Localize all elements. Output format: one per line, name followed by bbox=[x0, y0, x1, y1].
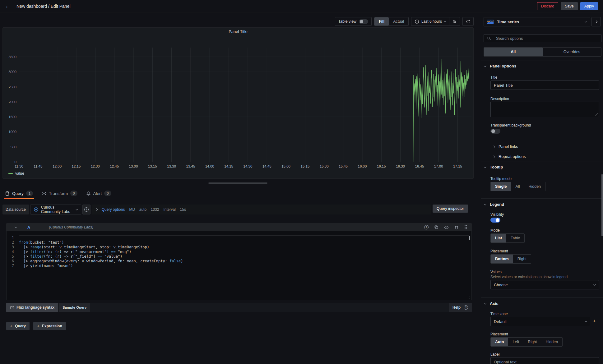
back-arrow-icon[interactable]: ← bbox=[5, 3, 11, 9]
line-number: 1 bbox=[7, 236, 19, 240]
collapse-sidebar-button[interactable] bbox=[591, 17, 601, 26]
time-series-plot[interactable] bbox=[3, 28, 474, 179]
option-hidden[interactable]: Hidden bbox=[541, 338, 563, 346]
transparent-bg-toggle[interactable] bbox=[490, 129, 500, 134]
legend-series-label[interactable]: value bbox=[15, 171, 24, 176]
code-text: |> range(start: v.timeRangeStart, stop: … bbox=[19, 245, 470, 250]
repeat-options-section[interactable]: Repeat options bbox=[493, 154, 526, 159]
discard-button[interactable]: Discard bbox=[537, 2, 558, 10]
query-options-link[interactable]: Query options bbox=[102, 207, 125, 212]
option-left[interactable]: Left bbox=[508, 338, 523, 346]
line-number: 3 bbox=[7, 245, 19, 250]
editor-resize-handle[interactable] bbox=[467, 296, 471, 299]
textarea-resize-handle[interactable] bbox=[595, 113, 598, 116]
code-text: |> filter(fn: (r) => r["_measurement"] =… bbox=[19, 250, 470, 254]
option-all[interactable]: All bbox=[484, 48, 543, 56]
description-textarea[interactable] bbox=[490, 102, 599, 117]
y-axis-tick: 2500 bbox=[3, 85, 16, 89]
tooltip-section-header[interactable]: Tooltip bbox=[484, 165, 503, 169]
axis-label-field[interactable] bbox=[490, 357, 599, 364]
y-axis-tick: 1500 bbox=[3, 115, 16, 119]
chart-legend[interactable]: value bbox=[8, 171, 24, 176]
option-auto[interactable]: Auto bbox=[491, 338, 508, 346]
code-line-5[interactable]: 5 |> filter(fn: (r) => r["_field"] == "v… bbox=[7, 254, 471, 259]
search-options-input[interactable] bbox=[496, 36, 598, 41]
axis-section-header[interactable]: Axis bbox=[484, 301, 498, 306]
legend-visibility-toggle[interactable] bbox=[490, 218, 500, 223]
delete-query-button[interactable] bbox=[454, 225, 459, 229]
tab-query[interactable]: Query1 bbox=[4, 188, 34, 199]
hide-query-button[interactable] bbox=[444, 225, 449, 230]
query-inspector-button[interactable]: Query inspector bbox=[433, 205, 468, 213]
collapse-query-icon[interactable] bbox=[15, 225, 17, 228]
time-controls: Last 6 hours bbox=[411, 17, 460, 26]
legend-section-header[interactable]: Legend bbox=[484, 202, 504, 207]
query-help-button[interactable]: ? bbox=[424, 225, 429, 229]
option-overrides[interactable]: Overrides bbox=[543, 48, 601, 56]
option-single[interactable]: Single bbox=[491, 182, 511, 191]
query-editor-header[interactable]: A (Curious Community Labs) ? bbox=[6, 223, 472, 231]
time-range-picker[interactable]: Last 6 hours bbox=[411, 17, 449, 25]
help-button[interactable]: Help ? bbox=[449, 303, 472, 312]
table-view-toggle[interactable] bbox=[359, 19, 368, 24]
flux-syntax-button[interactable]: Flux language syntax bbox=[6, 303, 58, 312]
pane-resize-handle[interactable] bbox=[208, 182, 267, 184]
sidebar-scrollbar[interactable] bbox=[601, 174, 603, 236]
legend-placement-group: BottomRight bbox=[490, 254, 531, 264]
option-fill[interactable]: Fill bbox=[374, 17, 389, 25]
refresh-button[interactable] bbox=[463, 17, 473, 25]
option-all[interactable]: All bbox=[511, 182, 524, 191]
interval-stat: Interval = 15s bbox=[164, 207, 186, 212]
panel-title-field[interactable] bbox=[490, 81, 599, 90]
tab-transform[interactable]: Transform0 bbox=[40, 188, 78, 199]
transparent-bg-label: Transparent background bbox=[490, 123, 531, 127]
chevron-right-icon bbox=[493, 145, 495, 148]
code-line-6[interactable]: 6 |> aggregateWindow(every: v.windowPeri… bbox=[7, 259, 471, 264]
apply-button[interactable]: Apply bbox=[580, 2, 598, 10]
axis-placement-group: AutoLeftRightHidden bbox=[490, 337, 563, 347]
option-hidden[interactable]: Hidden bbox=[524, 182, 545, 191]
option-actual[interactable]: Actual bbox=[389, 17, 408, 25]
code-line-1[interactable]: 1 bbox=[7, 236, 471, 240]
x-axis-tick: 14:45 bbox=[260, 164, 274, 168]
option-right[interactable]: Right bbox=[513, 255, 531, 263]
sample-query-button[interactable]: Sample Query bbox=[59, 303, 90, 312]
sample-query-label: Sample Query bbox=[63, 306, 86, 309]
panel-links-section[interactable]: Panel links bbox=[493, 144, 518, 149]
axis-label-input[interactable] bbox=[494, 360, 596, 364]
panel-title-input[interactable] bbox=[494, 83, 596, 88]
y-axis-tick: 1000 bbox=[3, 130, 16, 134]
option-bottom[interactable]: Bottom bbox=[491, 255, 513, 263]
search-options-box[interactable] bbox=[484, 34, 601, 42]
save-button[interactable]: Save bbox=[561, 2, 578, 10]
datasource-picker[interactable]: Curious Community Labs bbox=[30, 205, 81, 214]
add-timezone-button[interactable]: + bbox=[593, 318, 596, 324]
add-buttons: + Query + Expression bbox=[6, 322, 66, 330]
chevron-right-icon bbox=[595, 21, 597, 23]
timezone-label: Time zone bbox=[490, 312, 508, 316]
code-line-7[interactable]: 7 |> yield(name: "mean") bbox=[7, 264, 471, 268]
flux-syntax-label: Flux language syntax bbox=[16, 305, 54, 310]
option-table[interactable]: Table bbox=[506, 234, 524, 242]
option-list[interactable]: List bbox=[491, 234, 506, 242]
flux-code-editor[interactable]: 12from(bucket: "test")3 |> range(start: … bbox=[6, 231, 472, 300]
legend-values-select[interactable]: Choose bbox=[490, 280, 599, 289]
zoom-out-button[interactable] bbox=[449, 17, 460, 25]
visualization-picker[interactable]: Time series bbox=[484, 17, 590, 26]
option-right[interactable]: Right bbox=[523, 338, 541, 346]
drag-query-handle[interactable] bbox=[464, 225, 467, 229]
timezone-select[interactable]: Default bbox=[490, 317, 590, 326]
legend-values-desc: Select values or calculations to show in… bbox=[490, 275, 568, 279]
add-expression-button[interactable]: + Expression bbox=[33, 322, 66, 330]
legend-visibility-label: Visibility bbox=[490, 212, 504, 217]
y-axis-tick: 3500 bbox=[3, 55, 16, 59]
tab-alert[interactable]: Alert0 bbox=[85, 188, 113, 199]
code-line-4[interactable]: 4 |> filter(fn: (r) => r["_measurement"]… bbox=[7, 250, 471, 254]
add-query-button[interactable]: + Query bbox=[6, 322, 30, 330]
code-line-3[interactable]: 3 |> range(start: v.timeRangeStart, stop… bbox=[7, 245, 471, 250]
datasource-help-button[interactable]: ? bbox=[82, 205, 90, 214]
duplicate-query-button[interactable] bbox=[434, 225, 438, 229]
code-line-2[interactable]: 2from(bucket: "test") bbox=[7, 240, 471, 245]
panel-options-section-header[interactable]: Panel options bbox=[484, 64, 516, 68]
add-expression-label: Expression bbox=[42, 324, 62, 328]
